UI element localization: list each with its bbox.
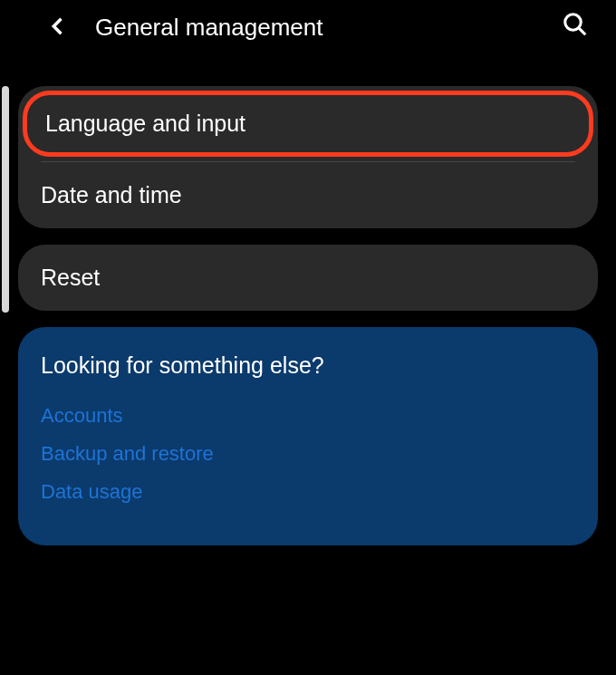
- search-icon[interactable]: [562, 11, 589, 38]
- settings-card: Language and input Date and time: [18, 86, 598, 228]
- date-and-time-item[interactable]: Date and time: [18, 162, 598, 228]
- header: General management: [0, 0, 616, 54]
- scroll-indicator[interactable]: [2, 86, 9, 313]
- accounts-link[interactable]: Accounts: [41, 404, 575, 428]
- svg-point-0: [565, 14, 582, 31]
- page-title: General management: [95, 14, 322, 42]
- settings-card: Reset: [18, 245, 598, 311]
- content: Language and input Date and time Reset L…: [0, 54, 616, 545]
- suggestion-title: Looking for something else?: [41, 352, 575, 379]
- svg-line-1: [579, 28, 585, 34]
- data-usage-link[interactable]: Data usage: [41, 480, 575, 504]
- back-icon[interactable]: [45, 14, 71, 39]
- backup-restore-link[interactable]: Backup and restore: [41, 442, 575, 466]
- reset-item[interactable]: Reset: [18, 245, 598, 311]
- suggestion-card: Looking for something else? Accounts Bac…: [18, 327, 598, 545]
- language-and-input-item[interactable]: Language and input: [23, 91, 593, 157]
